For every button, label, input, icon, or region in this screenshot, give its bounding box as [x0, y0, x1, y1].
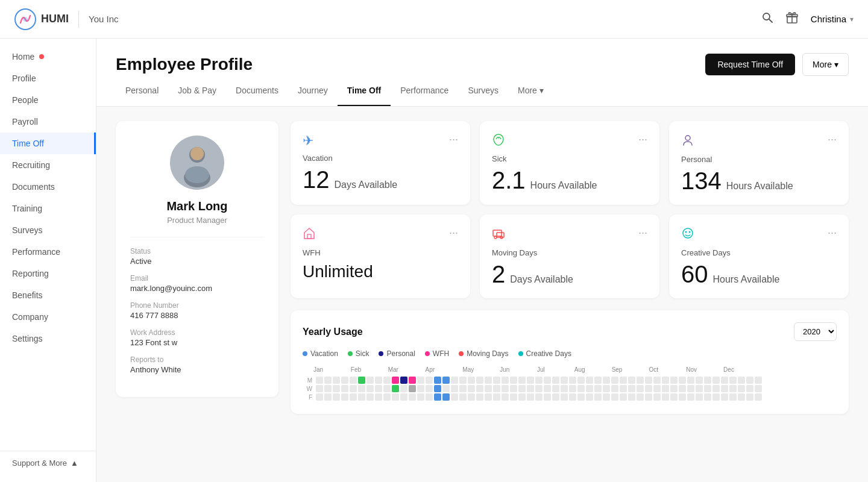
legend-label-creative: Creative Days: [526, 349, 571, 358]
sidebar-item-company[interactable]: Company: [0, 306, 96, 328]
sidebar-item-performance[interactable]: Performance: [0, 241, 96, 263]
sidebar-label-reporting: Reporting: [12, 269, 49, 278]
sidebar-label-benefits: Benefits: [12, 290, 43, 300]
company-name: You Inc: [89, 14, 119, 24]
sidebar-item-reporting[interactable]: Reporting: [0, 263, 96, 284]
logo-text: HUMI: [41, 13, 69, 25]
svg-line-3: [769, 19, 772, 22]
yearly-usage-header: Yearly Usage 2020 2019 2018: [303, 322, 837, 341]
legend-label-wfh: WFH: [433, 349, 449, 358]
moving-value: 2 Days Available: [492, 262, 647, 286]
creative-icon: [681, 227, 694, 243]
sidebar-item-training[interactable]: Training: [0, 198, 96, 219]
tab-more-label: More: [518, 86, 537, 95]
yearly-usage-title: Yearly Usage: [303, 327, 363, 337]
calendar-month-row: JanFebMarAprMayJunJulAugSepOctNovDec: [303, 366, 837, 373]
avatar-wrap: [130, 136, 264, 190]
user-menu-button[interactable]: Christina ▾: [811, 14, 854, 24]
wfh-icon: [303, 227, 316, 243]
moving-icon: [492, 227, 505, 243]
legend-dot-personal: [379, 351, 383, 356]
phone-value: 416 777 8888: [130, 311, 264, 320]
home-notification-dot: [39, 54, 44, 59]
tab-performance[interactable]: Performance: [391, 76, 458, 106]
sidebar-label-documents: Documents: [12, 182, 55, 192]
email-label: Email: [130, 274, 264, 283]
gift-icon: [785, 11, 799, 24]
right-panel: ✈ ··· Vacation 12 Days Available: [291, 121, 849, 414]
sidebar-item-documents[interactable]: Documents: [0, 176, 96, 198]
support-more-button[interactable]: Support & More ▲: [0, 451, 96, 475]
sidebar-item-people[interactable]: People: [0, 89, 96, 111]
tab-more[interactable]: More ▾: [508, 76, 553, 106]
nav-divider: [78, 11, 79, 28]
wfh-menu-button[interactable]: ···: [449, 227, 458, 239]
reports-label: Reports to: [130, 355, 264, 364]
header-actions: Request Time Off More ▾: [705, 53, 849, 76]
sidebar-label-people: People: [12, 95, 39, 105]
tab-personal[interactable]: Personal: [116, 76, 168, 106]
profile-email-field: Email mark.long@youinc.com: [130, 274, 264, 293]
legend-sick: Sick: [348, 349, 370, 358]
wfh-number: Unlimited: [303, 262, 373, 281]
app-layout: Home Profile People Payroll Time Off Rec…: [0, 39, 868, 482]
avatar: [170, 136, 224, 190]
request-time-off-button[interactable]: Request Time Off: [705, 54, 795, 75]
tab-journey[interactable]: Journey: [288, 76, 338, 106]
vacation-icon: ✈: [303, 133, 313, 149]
nav-right: Christina ▾: [761, 11, 854, 27]
moving-menu-button[interactable]: ···: [638, 227, 647, 239]
left-panel: Mark Long Product Manager Status Active …: [116, 121, 278, 414]
tab-time-off[interactable]: Time Off: [338, 76, 391, 106]
legend-dot-creative: [518, 351, 523, 356]
search-icon: [761, 11, 773, 23]
tab-documents[interactable]: Documents: [226, 76, 288, 106]
svg-point-19: [685, 231, 687, 233]
moving-unit: Days Available: [510, 274, 573, 285]
sidebar: Home Profile People Payroll Time Off Rec…: [0, 39, 96, 482]
sidebar-item-surveys[interactable]: Surveys: [0, 219, 96, 241]
tab-job-pay[interactable]: Job & Pay: [168, 76, 226, 106]
profile-name: Mark Long: [130, 199, 264, 213]
sidebar-item-payroll[interactable]: Payroll: [0, 111, 96, 133]
sidebar-item-home[interactable]: Home: [0, 46, 96, 67]
moving-label: Moving Days: [492, 248, 647, 257]
logo: HUMI: [14, 8, 69, 30]
wfh-value: Unlimited: [303, 262, 458, 281]
main-content: Employee Profile Request Time Off More ▾…: [96, 39, 868, 482]
sick-card-header: ···: [492, 133, 647, 149]
sidebar-item-time-off[interactable]: Time Off: [0, 133, 96, 154]
legend-label-moving: Moving Days: [467, 349, 508, 358]
tab-surveys[interactable]: Surveys: [458, 76, 508, 106]
sick-unit: Hours Available: [530, 180, 597, 191]
creative-label: Creative Days: [681, 248, 837, 257]
creative-menu-button[interactable]: ···: [828, 227, 837, 239]
personal-menu-button[interactable]: ···: [828, 133, 837, 146]
vacation-card: ✈ ··· Vacation 12 Days Available: [291, 121, 470, 205]
address-label: Work Address: [130, 328, 264, 337]
sidebar-item-recruiting[interactable]: Recruiting: [0, 154, 96, 176]
avatar-image: [170, 136, 224, 190]
sidebar-item-benefits[interactable]: Benefits: [0, 284, 96, 306]
sidebar-item-profile[interactable]: Profile: [0, 67, 96, 89]
sidebar-label-company: Company: [12, 312, 48, 322]
profile-status-field: Status Active: [130, 247, 264, 266]
sick-menu-button[interactable]: ···: [638, 133, 647, 146]
legend-dot-moving: [459, 351, 464, 356]
yearly-calendar: JanFebMarAprMayJunJulAugSepOctNovDecMWF: [303, 366, 837, 402]
legend-vacation: Vacation: [303, 349, 338, 358]
more-dropdown-button[interactable]: More ▾: [802, 53, 849, 76]
search-button[interactable]: [761, 11, 773, 27]
creative-number: 60: [681, 262, 708, 286]
svg-rect-14: [493, 230, 502, 236]
legend-creative: Creative Days: [518, 349, 571, 358]
moving-number: 2: [492, 262, 505, 286]
vacation-menu-button[interactable]: ···: [449, 133, 458, 146]
tab-more-chevron-icon: ▾: [539, 86, 544, 95]
calendar-grid-container: JanFebMarAprMayJunJulAugSepOctNovDecMWF: [303, 366, 837, 401]
year-select[interactable]: 2020 2019 2018: [794, 322, 837, 341]
legend-wfh: WFH: [425, 349, 449, 358]
gift-button[interactable]: [785, 11, 799, 27]
sidebar-item-settings[interactable]: Settings: [0, 328, 96, 349]
user-name: Christina: [811, 14, 846, 24]
